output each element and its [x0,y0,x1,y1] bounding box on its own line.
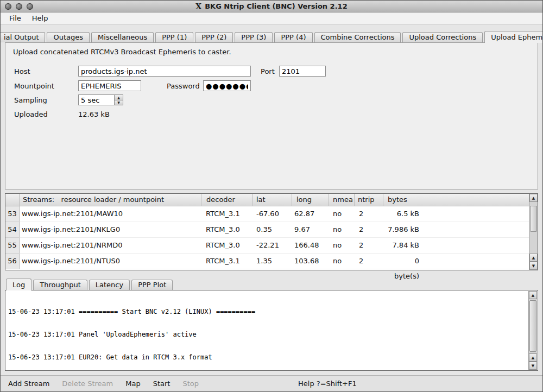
log-line: 15-06-23 13:17:01 Panel 'UploadEphemeris… [8,331,528,338]
sampling-decrement-button[interactable]: ▼ [114,100,123,106]
down-arrow-icon: ▼ [117,100,120,104]
cell-bytes: 6.5 kB [383,206,538,222]
scrollbar-up-button[interactable]: ▲ [529,291,537,299]
menu-file[interactable]: File [4,13,27,23]
cell-mountpoint: www.igs-ip.net:2101/NRMD0 [20,238,201,254]
row-number[interactable]: 53 [5,206,20,222]
streams-table: Streams: resource loader / mountpoint de… [5,193,538,270]
cell-long: 166.48 [292,238,329,254]
sampling-spinbox: ▲ ▼ [78,94,123,105]
title-bar: X BKG Ntrip Client (BNC) Version 2.12 [1,1,542,12]
tab-outages[interactable]: Outages [47,32,90,42]
scrollbar-up-button-2[interactable]: ▲ [529,254,538,262]
table-row[interactable]: 54 www.igs-ip.net:2101/NKLG0 RTCM_3.0 0.… [5,222,538,238]
cell-lat: -67.60 [253,206,292,222]
cell-bytes: 0 byte(s) [383,254,538,269]
x11-icon: X [195,3,201,10]
panel-description: Upload concatenated RTCMv3 Broadcast Eph… [13,48,231,56]
scrollbar-up-button-2[interactable]: ▲ [529,353,537,362]
cell-long: 9.67 [292,222,329,238]
scrollbar-thumb[interactable] [529,300,536,352]
header-bytes[interactable]: bytes [383,194,538,206]
scrollbar-down-button[interactable]: ▼ [529,362,537,370]
cell-decoder: RTCM_3.0 [201,222,253,238]
scrollbar-thumb[interactable] [530,206,537,232]
table-header-row: Streams: resource loader / mountpoint de… [5,194,538,206]
help-shortcut-label: Help ?=Shift+F1 [298,380,357,388]
cell-decoder: RTCM_3.0 [201,238,253,254]
host-input[interactable] [78,66,251,77]
cell-mountpoint: www.igs-ip.net:2101/MAW10 [20,206,201,222]
menu-help[interactable]: Help [27,13,54,23]
tab-upload-corrections[interactable]: Upload Corrections [402,32,483,42]
cell-decoder: RTCM_3.1 [201,254,253,269]
sampling-input[interactable] [78,94,114,105]
table-row[interactable]: 56 www.igs-ip.net:2101/NTUS0 RTCM_3.1 1.… [5,254,538,269]
row-number[interactable]: 56 [5,254,20,269]
tab-ppp-3[interactable]: PPP (3) [235,32,273,42]
tab-ppp-1[interactable]: PPP (1) [155,32,193,42]
password-input[interactable] [203,80,251,91]
tab-ppp-2[interactable]: PPP (2) [195,32,233,42]
scrollbar-down-button[interactable]: ▼ [529,262,538,270]
up-arrow-icon: ▲ [532,293,534,298]
up-arrow-icon: ▲ [532,356,534,360]
port-input[interactable] [279,66,326,77]
cell-nmea: no [329,238,355,254]
cell-nmea: no [329,206,355,222]
row-number[interactable]: 54 [5,222,20,238]
upload-ephemeris-panel: Upload concatenated RTCMv3 Broadcast Eph… [5,42,538,189]
log-panel: 15-06-23 13:17:01 ========== Start BNC v… [5,290,538,371]
cell-ntrip: 2 [355,238,383,254]
tab-bar: ial Output Outages Miscellaneous PPP (1)… [1,31,538,43]
cell-bytes: 7.986 kB [383,222,538,238]
log-vertical-scrollbar[interactable]: ▲ ▲ ▼ [528,291,537,370]
host-label: Host [14,67,30,75]
stop-button[interactable]: Stop [182,380,199,388]
header-nmea[interactable]: nmea [329,194,355,206]
log-viewport[interactable]: 15-06-23 13:17:01 ========== Start BNC v… [6,291,528,370]
cell-ntrip: 2 [355,254,383,269]
tab-ppp-4[interactable]: PPP (4) [274,32,312,42]
table-row[interactable]: 53 www.igs-ip.net:2101/MAW10 RTCM_3.1 -6… [5,206,538,222]
header-mountpoint[interactable]: Streams: resource loader / mountpoint [20,194,201,206]
mountpoint-input[interactable] [78,80,141,91]
header-lat[interactable]: lat [253,194,292,206]
tab-latency[interactable]: Latency [89,280,130,290]
cell-lat: 1.35 [253,254,292,269]
tab-serial-output[interactable]: ial Output [1,32,45,42]
bottom-toolbar: Add Stream Delete Stream Map Start Stop … [1,375,542,391]
tab-log[interactable]: Log [6,279,31,290]
start-button[interactable]: Start [153,380,171,388]
cell-ntrip: 2 [355,206,383,222]
port-label: Port [261,67,275,75]
tab-ppp-plot[interactable]: PPP Plot [131,280,173,290]
uploaded-label: Uploaded [14,110,48,118]
header-ntrip[interactable]: ntrip [355,194,383,206]
tab-throughput[interactable]: Throughput [33,280,87,290]
header-long[interactable]: long [292,194,329,206]
scrollbar-up-button[interactable]: ▲ [529,194,538,202]
streams-vertical-scrollbar[interactable]: ▲ ▲ ▼ [529,194,538,270]
cell-lat: -22.21 [253,238,292,254]
window-title: BKG Ntrip Client (BNC) Version 2.12 [205,2,348,10]
cell-mountpoint: www.igs-ip.net:2101/NTUS0 [20,254,201,269]
tab-miscellaneous[interactable]: Miscellaneous [91,32,154,42]
cell-bytes: 7.84 kB [383,238,538,254]
delete-stream-button[interactable]: Delete Stream [62,380,113,388]
up-arrow-icon: ▲ [532,196,535,200]
header-decoder[interactable]: decoder [201,194,253,206]
cell-decoder: RTCM_3.1 [201,206,253,222]
tab-combine-corrections[interactable]: Combine Corrections [314,32,401,42]
tab-upload-ephemeris[interactable]: Upload Ephemeris [484,31,543,43]
sampling-increment-button[interactable]: ▲ [114,94,123,100]
mountpoint-label: Mountpoint [14,82,54,90]
zoom-button[interactable] [27,3,33,10]
table-row[interactable]: 55 www.igs-ip.net:2101/NRMD0 RTCM_3.0 -2… [5,238,538,254]
map-button[interactable]: Map [125,380,140,388]
window-controls [5,3,33,10]
close-button[interactable] [5,3,11,10]
minimize-button[interactable] [16,3,22,10]
row-number[interactable]: 55 [5,238,20,254]
add-stream-button[interactable]: Add Stream [8,380,49,388]
